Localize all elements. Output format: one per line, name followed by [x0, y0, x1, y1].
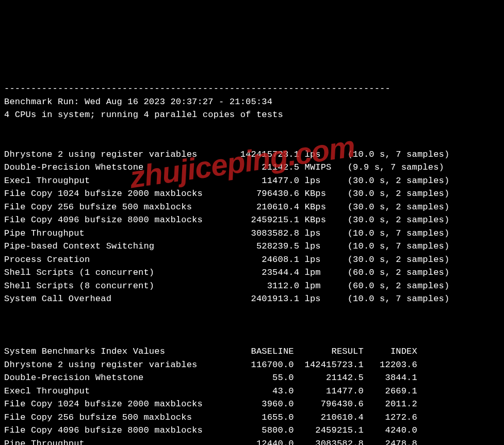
raw-results-block: Dhrystone 2 using register variables 142…	[4, 150, 449, 304]
benchmark-run-line: Benchmark Run: Wed Aug 16 2023 20:37:27 …	[4, 97, 272, 107]
index-results-block: System Benchmarks Index Values BASELINE …	[4, 347, 417, 445]
divider-top: ----------------------------------------…	[4, 84, 391, 93]
cpu-line: 4 CPUs in system; running 4 parallel cop…	[4, 110, 283, 120]
